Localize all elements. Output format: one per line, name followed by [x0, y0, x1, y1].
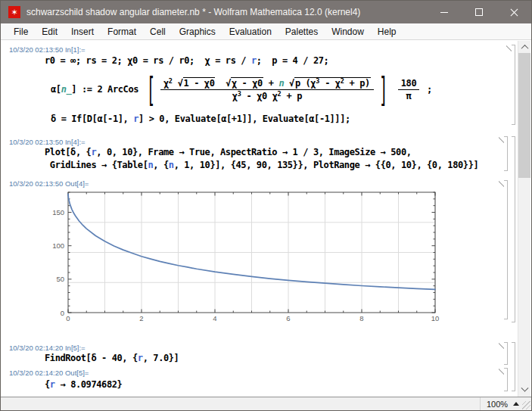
- maximize-button[interactable]: [462, 1, 496, 23]
- unsaved-flag-icon: [499, 181, 504, 187]
- menu-item-help[interactable]: Help: [371, 24, 403, 39]
- code-line-in5-findroot[interactable]: FindRoot[δ - 40, {r, 7.0}]: [45, 353, 179, 363]
- menu-item-file[interactable]: File: [7, 24, 35, 39]
- vertical-scrollbar[interactable]: [518, 41, 530, 397]
- zoom-dropdown-icon[interactable]: [513, 402, 519, 406]
- code-line-in1-assignments[interactable]: r0 = ∞; rs = 2; χ0 = rs / r0; χ = rs / r…: [45, 55, 328, 66]
- unsaved-flag-icon: [499, 137, 504, 143]
- x-tick-label: 4: [213, 314, 216, 322]
- menubar: FileEditInsertFormatCellGraphicsEvaluati…: [1, 23, 531, 40]
- cell-bracket-in4[interactable]: [504, 136, 508, 171]
- statusbar: 100%: [1, 397, 531, 410]
- unsaved-flag-icon: [499, 343, 504, 349]
- cell-label-in4: 10/3/20 02:13:50 In[4]:=: [9, 138, 86, 146]
- output-plot-graphic[interactable]: 0246810050100150: [47, 189, 440, 324]
- cell-group-bracket-5[interactable]: [512, 342, 515, 391]
- unsaved-flag-icon: [506, 45, 512, 51]
- code-line-in4-plot-1[interactable]: Plot[δ, {r, 0, 10}, Frame → True, Aspect…: [45, 147, 412, 157]
- maximize-icon: [475, 8, 483, 16]
- minimize-icon: [440, 12, 448, 13]
- mathematica-window: ✶ schwarzschild shadow angular diameter.…: [0, 0, 532, 411]
- cell-label-out4: 10/3/20 02:13:50 Out[4]=: [9, 179, 89, 188]
- cell-bracket-out4[interactable]: [504, 180, 508, 319]
- chevron-up-icon: [521, 45, 529, 52]
- menu-item-edit[interactable]: Edit: [35, 24, 64, 39]
- menu-item-format[interactable]: Format: [101, 24, 143, 39]
- x-tick-label: 0: [66, 314, 70, 322]
- menu-item-window[interactable]: Window: [325, 24, 371, 39]
- y-tick-label: 150: [52, 208, 64, 216]
- y-tick-label: 100: [52, 241, 64, 250]
- x-tick-label: 10: [431, 314, 440, 322]
- cell-label-in5: 10/3/20 02:14:20 In[5]:=: [9, 344, 86, 352]
- menu-item-evaluation[interactable]: Evaluation: [222, 24, 278, 39]
- code-line-in4-plot-2[interactable]: GridLines → {Table[n, {n, 1, 10}], {45, …: [45, 160, 478, 170]
- cell-bracket-in5[interactable]: [504, 342, 508, 365]
- scrollbar-thumb[interactable]: [518, 53, 530, 178]
- unsaved-flag-icon: [499, 369, 504, 375]
- x-tick-label: 2: [139, 314, 143, 322]
- cell-label-in1: 10/3/20 02:13:50 In[1]:=: [9, 45, 86, 54]
- cell-label-out5: 10/3/20 02:14:20 Out[5]=: [9, 369, 89, 377]
- mathematica-icon: ✶: [8, 6, 20, 18]
- menu-item-graphics[interactable]: Graphics: [173, 24, 222, 39]
- titlebar[interactable]: ✶ schwarzschild shadow angular diameter.…: [1, 1, 531, 23]
- window-title: schwarzschild shadow angular diameter.nb…: [26, 7, 427, 17]
- cell-bracket-in1[interactable]: [512, 45, 515, 125]
- zoom-level: 100%: [487, 400, 508, 409]
- scroll-down-button[interactable]: [518, 384, 530, 397]
- menu-item-palettes[interactable]: Palettes: [278, 24, 325, 39]
- y-tick-label: 50: [56, 275, 64, 283]
- close-button[interactable]: [496, 1, 531, 23]
- x-tick-label: 6: [286, 314, 290, 322]
- menu-item-cell[interactable]: Cell: [143, 24, 173, 39]
- code-line-out5-result[interactable]: {r → 8.0974682}: [45, 379, 122, 390]
- cell-group-bracket-4[interactable]: [512, 136, 515, 322]
- cell-bracket-out5[interactable]: [504, 368, 508, 391]
- resize-grip[interactable]: [522, 401, 530, 409]
- y-tick-label: 0: [61, 309, 64, 317]
- minimize-button[interactable]: [427, 1, 462, 23]
- menu-item-insert[interactable]: Insert: [64, 24, 101, 39]
- chevron-down-icon: [521, 385, 529, 392]
- x-tick-label: 8: [359, 314, 363, 322]
- notebook-area[interactable]: 10/3/20 02:13:50 In[1]:= r0 = ∞; rs = 2;…: [2, 41, 530, 397]
- code-line-in1-delta-definition[interactable]: δ = If[D[α[-1], r] > 0, Evaluate[α[+1]],…: [51, 114, 350, 124]
- scroll-up-button[interactable]: [518, 41, 530, 54]
- code-line-in1-alpha-definition[interactable]: α[n_] := 2 ArcCos [χ2 √1 - χ0 √χ - χ0 + …: [51, 70, 432, 109]
